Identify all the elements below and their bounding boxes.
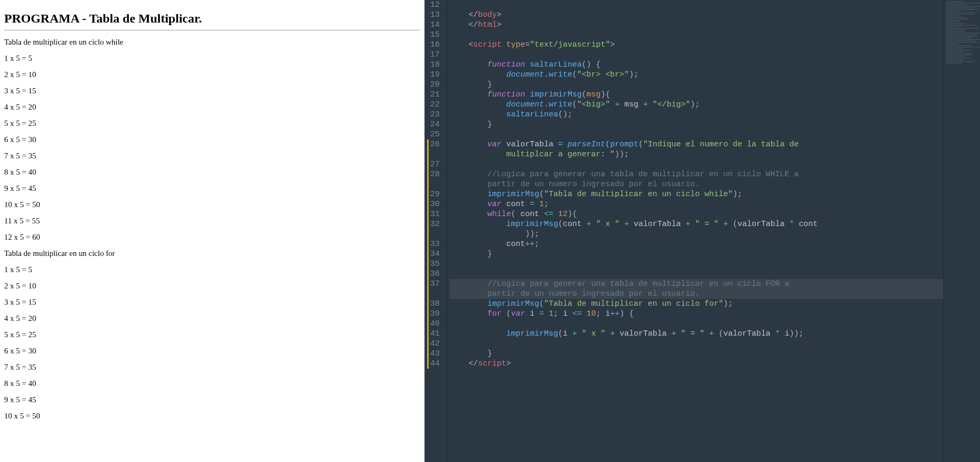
code-line[interactable]: </html>	[450, 20, 943, 30]
line-number: 27	[427, 159, 440, 169]
line-number: 35	[427, 259, 440, 269]
output-row: 4 x 5 = 20	[4, 103, 420, 112]
line-number: 41	[427, 329, 440, 339]
line-number: 13	[429, 10, 440, 20]
line-number-gutter: 1213141516171819202122232425262728293031…	[424, 0, 448, 462]
output-row: 7 x 5 = 35	[4, 363, 420, 372]
code-line[interactable]: document.write("<big>" + msg + "</big>")…	[450, 100, 943, 110]
line-number: 24	[429, 120, 440, 130]
code-line[interactable]	[450, 319, 943, 329]
output-row: 4 x 5 = 20	[4, 314, 420, 323]
code-line[interactable]: </body>	[450, 10, 943, 20]
line-number: 29	[427, 189, 440, 199]
output-row: 2 x 5 = 10	[4, 70, 420, 79]
code-line-wrap[interactable]: multiplcar a generar: "));	[450, 149, 943, 159]
line-number: 37	[427, 279, 440, 289]
output-row: 1 x 5 = 5	[4, 54, 420, 63]
line-number: 30	[427, 199, 440, 209]
code-line[interactable]: <script type="text/javascript">	[450, 40, 943, 50]
page-title: PROGRAMA - Tabla de Multiplicar.	[4, 12, 420, 26]
code-line[interactable]: cont++;	[450, 239, 943, 249]
line-number: 42	[427, 339, 440, 349]
output-row: 1 x 5 = 5	[4, 265, 420, 274]
output-row: 3 x 5 = 15	[4, 87, 420, 95]
line-number: 39	[427, 309, 440, 319]
output-row: 11 x 5 = 55	[4, 217, 420, 225]
code-line[interactable]	[450, 130, 943, 139]
code-line[interactable]	[450, 0, 943, 10]
line-number: 28	[427, 169, 440, 179]
code-line[interactable]: imprimirMsg("Tabla de multiplicar en un …	[450, 299, 943, 309]
output-row: 8 x 5 = 40	[4, 379, 420, 388]
code-line[interactable]: }	[450, 80, 943, 90]
line-number: 32	[427, 219, 440, 229]
line-number: 34	[427, 249, 440, 259]
code-line[interactable]	[450, 339, 943, 349]
code-line[interactable]: var valorTabla = parseInt(prompt("Indiqu…	[450, 139, 943, 149]
code-line[interactable]: function imprimirMsg(msg){	[450, 90, 943, 100]
code-line[interactable]: }	[450, 249, 943, 259]
output-row: 12 x 5 = 60	[4, 233, 420, 242]
line-number: 20	[429, 80, 440, 90]
code-line[interactable]: </script>	[450, 359, 943, 369]
code-line-wrap[interactable]: partir de un numero ingresado por el usu…	[450, 179, 943, 189]
line-number: 31	[427, 209, 440, 219]
line-number: 21	[429, 90, 440, 100]
line-number: 23	[429, 110, 440, 120]
output-row: 2 x 5 = 10	[4, 282, 420, 291]
output-row: 5 x 5 = 25	[4, 119, 420, 128]
output-row: 9 x 5 = 45	[4, 184, 420, 193]
code-line[interactable]: var cont = 1;	[450, 199, 943, 209]
code-line[interactable]: //Logica para generar una tabla de multi…	[450, 279, 943, 289]
output-row: 8 x 5 = 40	[4, 168, 420, 177]
line-number: 14	[429, 20, 440, 30]
section-heading-for: Tabla de multiplicar en un ciclo for	[4, 249, 420, 258]
line-number: 25	[429, 130, 440, 139]
line-number: 12	[429, 0, 440, 10]
code-line[interactable]: imprimirMsg(i + " x " + valorTabla + " =…	[450, 329, 943, 339]
line-number: 15	[429, 30, 440, 40]
code-line[interactable]: document.write("<br> <br>");	[450, 70, 943, 80]
code-line[interactable]: imprimirMsg("Tabla de multiplicar en un …	[450, 189, 943, 199]
code-line[interactable]: }	[450, 349, 943, 359]
code-line[interactable]	[450, 259, 943, 269]
for-rows-container: 1 x 5 = 52 x 5 = 103 x 5 = 154 x 5 = 205…	[4, 265, 420, 421]
code-line[interactable]	[450, 50, 943, 60]
line-number: 43	[427, 349, 440, 359]
code-line[interactable]	[450, 159, 943, 169]
line-number: 18	[429, 60, 440, 70]
output-row: 5 x 5 = 25	[4, 330, 420, 339]
output-row: 10 x 5 = 50	[4, 412, 420, 421]
code-line[interactable]: imprimirMsg(cont + " x " + valorTabla + …	[450, 219, 943, 229]
line-number: 22	[429, 100, 440, 110]
divider	[4, 30, 420, 30]
output-row: 3 x 5 = 15	[4, 298, 420, 307]
line-number: 17	[429, 50, 440, 60]
minimap[interactable]	[943, 0, 980, 462]
line-number: 38	[427, 299, 440, 309]
while-rows-container: 1 x 5 = 52 x 5 = 103 x 5 = 154 x 5 = 205…	[4, 54, 420, 242]
code-line[interactable]: function saltarLinea() {	[450, 60, 943, 70]
line-number: 40	[427, 319, 440, 329]
code-line-wrap[interactable]: ));	[450, 229, 943, 239]
code-line-wrap[interactable]: partir de un numero ingresado por el usu…	[450, 289, 943, 299]
output-row: 6 x 5 = 30	[4, 347, 420, 356]
code-line[interactable]: saltarLinea();	[450, 110, 943, 120]
code-line[interactable]: while( cont <= 12){	[450, 209, 943, 219]
output-row: 9 x 5 = 45	[4, 395, 420, 404]
code-line[interactable]: }	[450, 120, 943, 130]
code-line[interactable]: for (var i = 1; i <= 10; i++) {	[450, 309, 943, 319]
code-line[interactable]: //Logica para generar una tabla de multi…	[450, 169, 943, 179]
section-heading-while: Tabla de multiplicar en un ciclo while	[4, 38, 420, 47]
output-row: 10 x 5 = 50	[4, 200, 420, 209]
code-line[interactable]	[450, 269, 943, 279]
output-row: 6 x 5 = 30	[4, 135, 420, 144]
output-row: 7 x 5 = 35	[4, 152, 420, 160]
code-line[interactable]	[450, 30, 943, 40]
line-number: 19	[429, 70, 440, 80]
code-editor-pane[interactable]: 1213141516171819202122232425262728293031…	[424, 0, 980, 462]
browser-output-pane: PROGRAMA - Tabla de Multiplicar. Tabla d…	[0, 0, 424, 462]
code-text-area[interactable]: </body> </html> <script type="text/javas…	[448, 0, 943, 462]
line-number: 44	[427, 359, 440, 369]
line-number: 33	[427, 239, 440, 249]
